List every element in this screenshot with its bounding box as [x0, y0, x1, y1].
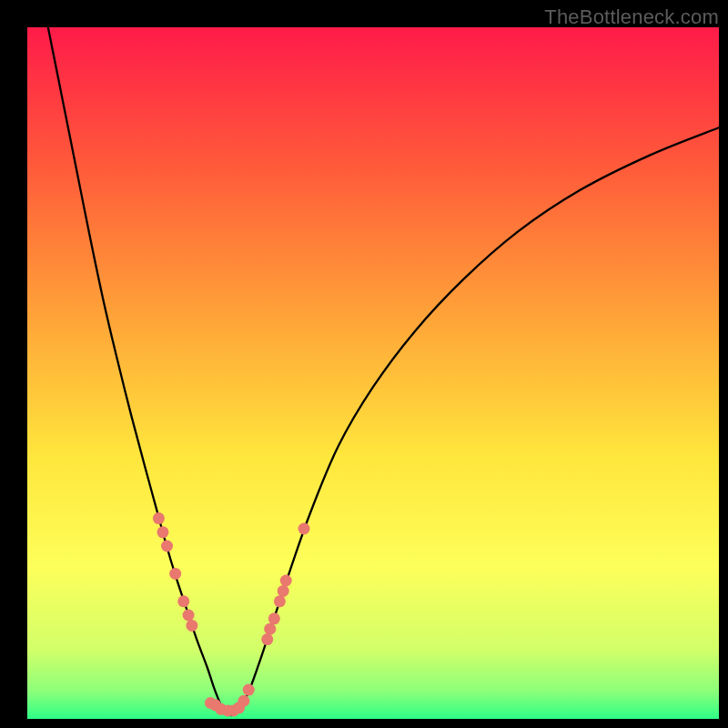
marker-dot [298, 523, 310, 535]
marker-dot [183, 610, 195, 622]
bottleneck-curve [48, 27, 719, 715]
marker-dot [186, 620, 197, 632]
marker-dot [278, 585, 289, 597]
marker-dot [274, 595, 286, 607]
chart-svg [27, 27, 719, 719]
chart-frame: TheBottleneck.com [0, 0, 728, 728]
watermark-text: TheBottleneck.com [544, 5, 719, 29]
marker-dot [157, 526, 168, 538]
marker-dot [153, 512, 165, 524]
marker-dot [169, 568, 181, 580]
marker-dot [268, 612, 280, 624]
marker-dot [243, 684, 255, 696]
curve-markers [153, 512, 310, 716]
marker-dot [261, 633, 273, 645]
marker-dot [264, 623, 276, 635]
marker-dot [280, 575, 292, 587]
marker-dot [238, 695, 249, 707]
marker-dot [177, 595, 189, 607]
marker-dot [161, 541, 173, 552]
plot-area [27, 27, 719, 719]
